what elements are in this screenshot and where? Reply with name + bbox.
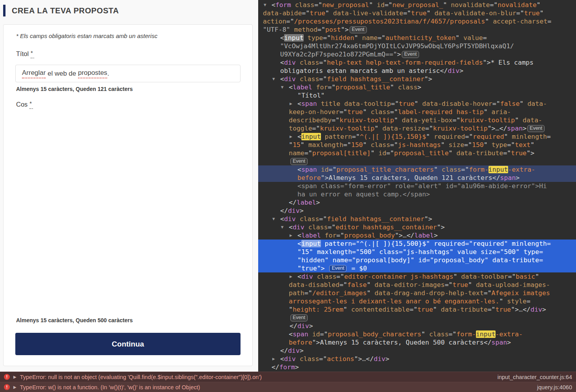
dom-tree-line[interactable]: "15" maxlength="500" class="js-hashtags"…: [258, 248, 576, 256]
disclosure-triangle-icon[interactable]: ▶: [13, 385, 16, 389]
dom-tree-line[interactable]: "VcOwja4MltUhr274xa6tmPDjYOItLCvJVP95wOb…: [258, 42, 576, 50]
body-editor-area[interactable]: [15, 114, 241, 314]
code-token: text: [515, 141, 530, 149]
dom-tree-line[interactable]: data-abide="true" data-live-validate="tr…: [258, 9, 576, 17]
dom-tree-line[interactable]: ▶<div class="editor-container js-hashtag…: [258, 272, 576, 281]
expand-triangle-closed-icon[interactable]: ▶: [290, 231, 292, 240]
dom-tree-line[interactable]: Event: [258, 157, 576, 165]
expand-triangle-open-icon[interactable]: ▼: [264, 1, 266, 9]
expand-triangle-open-icon[interactable]: ▼: [281, 83, 284, 91]
dom-tree-line[interactable]: path="/editor_images" data-drag-and-drop…: [258, 289, 576, 297]
code-token: aria-: [492, 108, 511, 116]
continue-button[interactable]: Continua: [15, 333, 241, 355]
code-token: kruixv-tooltip: [339, 116, 394, 124]
dom-tree-line[interactable]: <span id="proposal_body_characters" clas…: [258, 330, 576, 338]
dom-tree-line[interactable]: ▶<div class="actions">…</div>: [258, 355, 576, 363]
event-badge[interactable]: Event: [329, 265, 346, 272]
code-token: [312, 83, 316, 91]
expand-triangle-open-icon[interactable]: ▼: [272, 215, 275, 223]
dom-tree-line[interactable]: ▼<div class="field hashtags__container">: [258, 75, 576, 83]
expand-triangle-closed-icon[interactable]: ▶: [272, 355, 275, 363]
code-token: for: [316, 83, 328, 91]
dom-tree-line[interactable]: </form>: [258, 363, 576, 371]
dom-tree-line[interactable]: U9XYa2c2pF7speo21o872PGmLmQ==">Event: [258, 50, 576, 58]
expand-triangle-closed-icon[interactable]: ▶: [290, 100, 292, 108]
code-token: div: [288, 347, 300, 354]
error-source-link[interactable]: jquery.js:4060: [537, 384, 572, 390]
dom-tree-line[interactable]: "UTF-8" method="post">Event: [258, 25, 576, 34]
dom-tree-line[interactable]: ha un error en aquest camp.</span>: [258, 190, 576, 198]
console-error-row[interactable]: !▶TypeError: w() is not a function. (In …: [0, 382, 576, 392]
event-badge[interactable]: Event: [402, 51, 419, 58]
dom-tree-line[interactable]: "hidden" name="proposal[body]" id="propo…: [258, 256, 576, 264]
code-token: ": [535, 273, 539, 280]
expand-triangle-open-icon[interactable]: ▼: [272, 75, 275, 83]
code-token: style: [507, 298, 527, 305]
dom-tree-line[interactable]: </div>: [258, 347, 576, 355]
code-token: </: [366, 355, 374, 363]
code-token: form-: [469, 166, 489, 173]
dom-tree-line[interactable]: <span id="proposal_title_characters" cla…: [258, 165, 576, 174]
dom-tree-line[interactable]: data-disabled="false" data-editor-images…: [258, 281, 576, 289]
dom-tree-line[interactable]: action="/processes/pressupostos2023tiana…: [258, 17, 576, 25]
disclosure-triangle-icon[interactable]: ▶: [13, 375, 16, 379]
code-token: = $0: [347, 265, 367, 272]
code-token: =": [461, 166, 469, 173]
dom-tree-line[interactable]: ▼<label for="proposal_title" class>: [258, 83, 576, 91]
dom-tree-line[interactable]: Event: [258, 314, 576, 322]
dom-tree-line[interactable]: </div>: [258, 322, 576, 330]
code-token: kruixv-tooltip: [320, 125, 374, 132]
dom-tree-line[interactable]: before">Almenys 15 caràcters, Queden 500…: [258, 338, 576, 347]
code-token: kruixv-tooltip: [460, 116, 515, 124]
code-token: Almenys 15 caràcters, Queden 500 caràcte…: [320, 339, 483, 346]
dom-tree-line[interactable]: describedby="kruixv-tooltip" data-yeti-b…: [258, 116, 576, 124]
event-badge[interactable]: Event: [290, 314, 308, 321]
dom-tree-line[interactable]: <input pattern="^(.|[ ]){15,500}$" requi…: [258, 240, 576, 248]
dom-tree-line[interactable]: name="proposal[title]" id="proposal_titl…: [258, 149, 576, 157]
code-token: proposal_title_characters: [336, 166, 434, 173]
dom-tree-line[interactable]: ▶<span title data-tooltip="true" data-di…: [258, 100, 576, 108]
code-token: true: [417, 306, 433, 313]
dom-tree-line[interactable]: "15" maxlength="150" class="js-hashtags"…: [258, 141, 576, 149]
dom-tree-line[interactable]: <span class="form-error" role="alert" id…: [258, 182, 576, 190]
dom-tree-line[interactable]: obligatoris estan marcats amb un asteris…: [258, 67, 576, 75]
code-token: maxlength: [308, 141, 343, 149]
code-token: <span class="form-error" role="alert" id…: [297, 182, 547, 190]
error-source-link[interactable]: input_character_counter.js:64: [498, 374, 572, 380]
event-badge[interactable]: Event: [290, 158, 308, 165]
title-input[interactable]: Arreglar el web de propostes.: [15, 65, 241, 82]
dom-tree-line[interactable]: <input type="hidden" name="authenticity_…: [258, 34, 576, 42]
event-badge[interactable]: Event: [350, 26, 367, 33]
dom-tree-line[interactable]: </label>: [258, 198, 576, 207]
code-token: data-validate-on-blur: [434, 9, 516, 17]
code-token: =": [336, 232, 344, 239]
dom-tree-line[interactable]: <div class="help-text help-text-form-req…: [258, 58, 576, 67]
dom-tree-line[interactable]: "Títol": [258, 91, 576, 100]
dom-tree-line[interactable]: ▼<form class="new_proposal" id="new_prop…: [258, 1, 576, 9]
code-token: div: [284, 355, 296, 363]
dom-tree-line[interactable]: </div>: [258, 207, 576, 215]
code-token: span: [301, 166, 317, 173]
event-badge[interactable]: Event: [527, 125, 545, 132]
dom-tree-line[interactable]: ▶<label for="proposal_body">…</label>: [258, 231, 576, 240]
code-token: js-hashtags: [398, 141, 441, 149]
dom-tree-line[interactable]: "true"> Event = $0: [258, 264, 576, 272]
dom-tree-line[interactable]: arrossegant-les i deixant-les anar o bé …: [258, 297, 576, 305]
code-token: =": [507, 141, 515, 149]
dom-tree-line[interactable]: ▼<div class="editor hashtags__container"…: [258, 223, 576, 231]
dom-tree-line[interactable]: before">Almenys 15 caràcters, Queden 121…: [258, 174, 576, 182]
expand-triangle-closed-icon[interactable]: ▶: [290, 272, 292, 281]
dom-tree-line[interactable]: ▶<input pattern="^(.|[ ]){15,150}$" requ…: [258, 132, 576, 141]
dom-tree-line[interactable]: "height: 25rem" contenteditable="true" d…: [258, 305, 576, 314]
expand-triangle-closed-icon[interactable]: ▶: [290, 132, 292, 141]
code-token: =": [304, 149, 312, 157]
expand-triangle-open-icon[interactable]: ▼: [281, 223, 284, 231]
dom-tree-line[interactable]: ▼<div class="field hashtags__container">: [258, 215, 576, 223]
code-token: ha un error en aquest camp.</span>: [297, 191, 430, 198]
code-token: </: [492, 174, 500, 181]
code-token: ": [540, 9, 543, 17]
dom-tree-line[interactable]: toggle="kruixv-tooltip" data-resize="kru…: [258, 124, 576, 132]
code-token: <: [297, 240, 301, 247]
console-error-row[interactable]: !▶TypeError: null is not an object (eval…: [0, 372, 576, 382]
dom-tree-line[interactable]: keep-on-hover="true" class="label-requir…: [258, 108, 576, 116]
